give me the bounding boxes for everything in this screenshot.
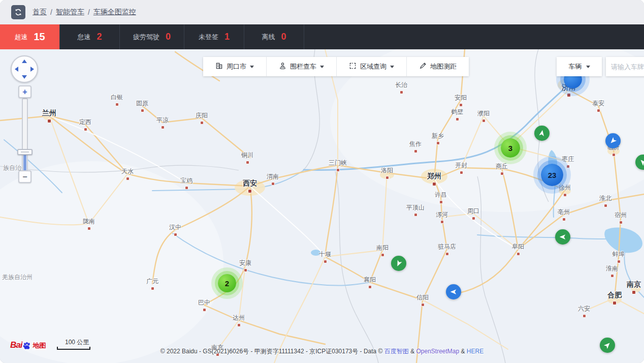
breadcrumb-bar: 首页/智能管车/车辆全图监控 bbox=[0, 0, 644, 24]
navigation-arrow-icon bbox=[449, 287, 458, 296]
navigation-arrow-icon bbox=[393, 257, 405, 269]
attribution-text: & bbox=[409, 348, 416, 355]
cluster-count: 2 bbox=[225, 279, 229, 288]
zoom-slider-handle[interactable] bbox=[17, 149, 33, 155]
cluster-count: 23 bbox=[548, 171, 557, 179]
breadcrumb: 首页/智能管车/车辆全图监控 bbox=[33, 8, 136, 17]
chevron-down-icon bbox=[586, 66, 590, 70]
toolbar-button-地图测距[interactable]: 地图测距 bbox=[407, 57, 469, 76]
vehicle-arrow-marker[interactable] bbox=[446, 284, 461, 299]
app-window: 首页/智能管车/车辆全图监控 超速15怠速2疲劳驾驶0未登签1离线0 bbox=[0, 0, 644, 363]
alarm-tab-label: 离线 bbox=[262, 33, 275, 42]
alarm-tab-bar: 超速15怠速2疲劳驾驶0未登签1离线0 bbox=[0, 24, 644, 49]
chevron-down-icon bbox=[250, 66, 254, 70]
fence-person-icon bbox=[279, 62, 286, 72]
attribution-link-百度智图[interactable]: 百度智图 bbox=[384, 348, 409, 355]
refresh-icon[interactable] bbox=[11, 5, 25, 19]
map-pan-control[interactable] bbox=[11, 55, 38, 83]
vehicle-filter-label: 车辆 bbox=[569, 62, 582, 71]
area-select-icon bbox=[349, 62, 357, 72]
pencil-ruler-icon bbox=[419, 62, 427, 72]
breadcrumb-link[interactable]: 车辆全图监控 bbox=[93, 8, 136, 17]
pan-left-icon[interactable] bbox=[15, 67, 18, 72]
navigation-arrow-icon bbox=[558, 232, 567, 241]
attribution-text: & bbox=[459, 348, 467, 355]
alarm-tab-label: 疲劳驾驶 bbox=[133, 33, 159, 42]
chevron-down-icon bbox=[320, 66, 324, 70]
attribution-link-HERE[interactable]: HERE bbox=[467, 348, 484, 355]
city-icon bbox=[215, 62, 223, 72]
alarm-tab-未登签[interactable]: 未登签1 bbox=[184, 24, 244, 49]
alarm-tab-离线[interactable]: 离线0 bbox=[244, 24, 304, 49]
alarm-tab-count: 15 bbox=[34, 31, 45, 43]
alarm-tab-count: 1 bbox=[224, 32, 230, 42]
alarm-tab-疲劳驾驶[interactable]: 疲劳驾驶0 bbox=[120, 24, 184, 49]
toolbar-button-label: 围栏查车 bbox=[290, 62, 316, 71]
zoom-slider-track[interactable] bbox=[22, 98, 28, 172]
toolbar-button-label: 区域查询 bbox=[360, 62, 387, 71]
map-canvas[interactable]: 兰州白银定西固原平凉庆阳天水宝鸡西安渭南铜川三门峡洛阳郑州开封焦作新乡长治安阳鹤… bbox=[0, 49, 644, 363]
alarm-tab-count: 2 bbox=[96, 32, 102, 42]
breadcrumb-link[interactable]: 首页 bbox=[33, 8, 47, 17]
alarm-tab-超速[interactable]: 超速15 bbox=[0, 24, 60, 49]
alarm-tab-label: 怠速 bbox=[77, 33, 90, 42]
toolbar-button-区域查询[interactable]: 区域查询 bbox=[337, 57, 407, 76]
vehicle-arrow-marker[interactable] bbox=[555, 229, 570, 245]
breadcrumb-separator: / bbox=[88, 8, 90, 16]
map-toolbar: 周口市围栏查车区域查询地图测距 bbox=[203, 57, 469, 76]
plate-search-input[interactable] bbox=[606, 57, 644, 76]
toolbar-button-周口市[interactable]: 周口市 bbox=[203, 57, 267, 76]
breadcrumb-separator: / bbox=[50, 8, 52, 16]
toolbar-button-围栏查车[interactable]: 围栏查车 bbox=[267, 57, 337, 76]
chevron-down-icon bbox=[390, 66, 394, 70]
cluster-marker-23[interactable]: 23 bbox=[541, 164, 563, 186]
navigation-arrow-icon bbox=[606, 134, 619, 147]
vehicle-filter-dropdown[interactable]: 车辆 bbox=[557, 57, 602, 76]
alarm-tab-怠速[interactable]: 怠速2 bbox=[60, 24, 120, 49]
toolbar-button-label: 周口市 bbox=[227, 62, 246, 71]
attribution-link-OpenStreetMap[interactable]: OpenStreetMap bbox=[416, 348, 459, 355]
pan-down-icon[interactable] bbox=[22, 75, 27, 79]
breadcrumb-link[interactable]: 智能管车 bbox=[56, 8, 84, 17]
pan-right-icon[interactable] bbox=[30, 67, 34, 72]
alarm-tab-count: 0 bbox=[166, 32, 171, 42]
navigation-arrow-icon bbox=[636, 156, 644, 168]
cluster-marker-2[interactable]: 2 bbox=[218, 274, 236, 292]
attribution-text: © 2022 Baidu - GS(2021)6026号 - 甲测资字11111… bbox=[160, 348, 384, 355]
map-attribution: © 2022 Baidu - GS(2021)6026号 - 甲测资字11111… bbox=[0, 347, 644, 356]
zoom-slider-fill bbox=[23, 155, 26, 170]
zoom-in-button[interactable]: + bbox=[18, 85, 31, 98]
alarm-tab-count: 0 bbox=[281, 32, 286, 42]
vehicle-arrow-marker[interactable] bbox=[534, 126, 550, 141]
toolbar-button-label: 地图测距 bbox=[430, 62, 457, 71]
refresh-icon-glyph bbox=[14, 8, 22, 16]
navigation-arrow-icon bbox=[537, 128, 548, 139]
cluster-count: 3 bbox=[508, 144, 512, 153]
pan-up-icon[interactable] bbox=[22, 59, 27, 63]
map-background bbox=[0, 49, 644, 363]
vehicle-arrow-marker[interactable] bbox=[605, 133, 621, 148]
alarm-tab-label: 未登签 bbox=[199, 33, 218, 42]
cluster-marker-3[interactable]: 3 bbox=[501, 138, 520, 158]
alarm-tab-label: 超速 bbox=[14, 33, 27, 42]
zoom-out-button[interactable]: − bbox=[18, 170, 31, 183]
vehicle-arrow-marker[interactable] bbox=[391, 256, 406, 271]
